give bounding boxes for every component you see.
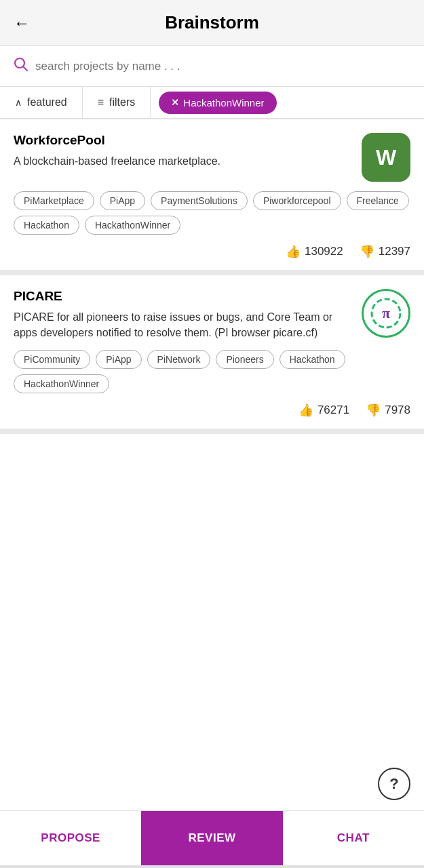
search-container [0, 46, 424, 87]
tag-hackathon[interactable]: Hackathon [14, 216, 79, 235]
svg-line-1 [23, 66, 27, 71]
featured-label: featured [27, 96, 67, 108]
tags-container: PiCommunity PiApp PiNetwork Pioneers Hac… [14, 350, 410, 393]
svg-text:π: π [382, 304, 390, 321]
project-description: PICARE for all pioneers to raise issues … [14, 309, 351, 340]
tag-piapp2[interactable]: PiApp [96, 350, 141, 369]
card-top: WorkforcePool A blockchain-based freelan… [14, 133, 410, 182]
vote-row-picare: 👍 76271 👎 7978 [14, 403, 410, 418]
tag-hackathon2[interactable]: Hackathon [280, 350, 345, 369]
chat-tab[interactable]: CHAT [283, 811, 424, 865]
bottom-nav-inner: PROPOSE REVIEW CHAT [0, 811, 424, 865]
upvote-count-picare: 76271 [317, 403, 349, 417]
search-input[interactable] [35, 60, 410, 73]
project-title: PICARE [14, 289, 351, 304]
propose-tab[interactable]: PROPOSE [0, 811, 141, 865]
tag-freelance[interactable]: Freelance [347, 191, 409, 210]
tag-piworkforcepool[interactable]: Piworkforcepool [253, 191, 341, 210]
card-content: WorkforcePool A blockchain-based freelan… [14, 133, 362, 169]
tag-hackathonwinner2[interactable]: HackathonWinner [14, 374, 109, 393]
filters-icon: ≡ [98, 96, 104, 108]
help-button[interactable]: ? [378, 768, 410, 800]
downvote-count: 12397 [379, 245, 410, 258]
thumbs-down-icon: 👎 [360, 244, 374, 259]
vote-row: 👍 130922 👎 12397 [14, 244, 410, 259]
tag-hackathonwinner[interactable]: HackathonWinner [85, 216, 180, 235]
search-icon [14, 57, 28, 75]
project-description: A blockchain-based freelance marketplace… [14, 153, 351, 169]
back-button[interactable]: ← [14, 14, 30, 33]
thumbs-up-icon: 👍 [298, 403, 313, 418]
active-tag-pill[interactable]: ✕ HackathonWinner [159, 92, 276, 114]
tag-pimarketplace[interactable]: PiMarketplace [14, 191, 94, 210]
bottom-nav: PROPOSE REVIEW CHAT [0, 810, 424, 868]
review-tab[interactable]: REVIEW [141, 811, 282, 865]
upvote-count: 130922 [305, 245, 343, 258]
thumbs-down-icon: 👎 [366, 403, 381, 418]
featured-tab[interactable]: ∧ featured [0, 87, 83, 118]
tag-pioneers[interactable]: Pioneers [216, 350, 273, 369]
project-card-workforcepool: WorkforcePool A blockchain-based freelan… [0, 119, 424, 275]
chevron-up-icon: ∧ [15, 97, 22, 108]
filters-tab[interactable]: ≡ filters [83, 87, 151, 118]
card-content: PICARE PICARE for all pioneers to raise … [14, 289, 362, 340]
filter-bar: ∧ featured ≡ filters ✕ HackathonWinner [0, 87, 424, 119]
page-title: Brainstorm [165, 12, 259, 33]
upvote-item[interactable]: 👍 130922 [286, 244, 343, 259]
tag-paymentsolutions[interactable]: PaymentSolutions [151, 191, 248, 210]
project-card-picare: PICARE PICARE for all pioneers to raise … [0, 275, 424, 434]
remove-tag-icon: ✕ [171, 97, 179, 108]
tags-container: PiMarketplace PiApp PaymentSolutions Piw… [14, 191, 410, 235]
downvote-count-picare: 7978 [385, 403, 410, 417]
tag-pinetwork[interactable]: PiNetwork [147, 350, 211, 369]
downvote-item-picare[interactable]: 👎 7978 [366, 403, 410, 418]
main-content: WorkforcePool A blockchain-based freelan… [0, 119, 424, 495]
card-top: PICARE PICARE for all pioneers to raise … [14, 289, 410, 340]
tag-piapp[interactable]: PiApp [100, 191, 145, 210]
project-logo: W [362, 133, 410, 182]
search-bar [14, 57, 410, 75]
bottom-indicator [0, 865, 424, 868]
project-title: WorkforcePool [14, 133, 351, 148]
project-logo-picare: π [362, 289, 410, 338]
filters-label: filters [109, 96, 135, 108]
downvote-item[interactable]: 👎 12397 [360, 244, 410, 259]
thumbs-up-icon: 👍 [286, 244, 301, 259]
review-label: REVIEW [188, 831, 235, 845]
active-tag-label: HackathonWinner [183, 97, 264, 108]
header: ← Brainstorm [0, 0, 424, 46]
chat-label: CHAT [337, 831, 370, 845]
propose-label: PROPOSE [41, 831, 100, 845]
tag-picommunity[interactable]: PiCommunity [14, 350, 90, 369]
upvote-item-picare[interactable]: 👍 76271 [298, 403, 349, 418]
